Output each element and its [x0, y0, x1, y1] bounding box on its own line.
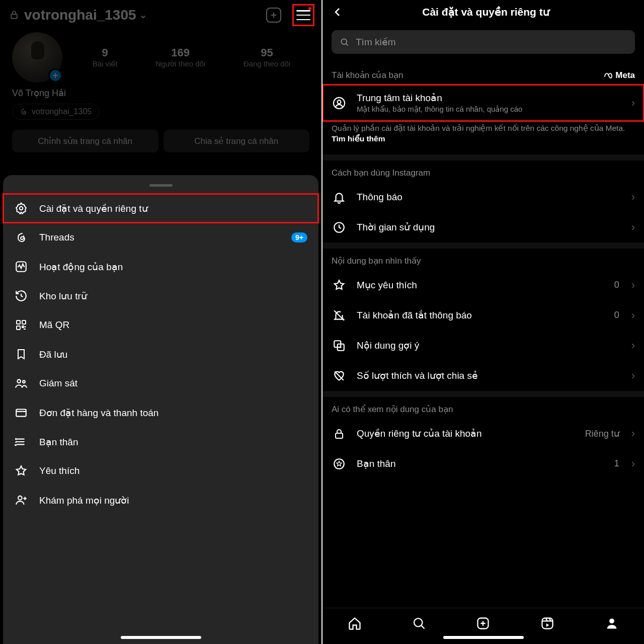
menu-close-friends[interactable]: Bạn thân	[3, 427, 318, 456]
posts-count[interactable]: 9 Bài viết	[93, 46, 118, 68]
star-icon	[14, 464, 28, 478]
row-likes-shares[interactable]: Số lượt thích và lượt chia sẻ ›	[323, 361, 644, 391]
svg-point-13	[338, 100, 341, 104]
divider	[323, 154, 644, 160]
svg-rect-4	[22, 320, 26, 324]
svg-point-7	[23, 380, 25, 383]
lock-icon	[332, 426, 347, 441]
divider	[323, 243, 644, 249]
threads-icon	[20, 108, 28, 116]
hamburger-icon	[296, 10, 310, 20]
nav-search[interactable]	[412, 616, 427, 631]
threads-badge: 9+	[291, 232, 307, 243]
chevron-right-icon: ›	[631, 427, 635, 440]
menu-qr[interactable]: Mã QR	[3, 310, 318, 340]
row-muted-accounts[interactable]: Tài khoản đã tắt thông báo 0 ›	[323, 300, 644, 331]
menu-button-highlighted[interactable]	[292, 4, 314, 26]
row-time-spent[interactable]: Thời gian sử dụng ›	[323, 212, 644, 243]
chevron-right-icon: ›	[631, 457, 635, 470]
star-icon	[332, 278, 347, 293]
row-account-privacy[interactable]: Quyền riêng tư của tài khoản Riêng tư ›	[323, 419, 644, 449]
accounts-center-desc: Quản lý phần cài đặt tài khoản và trải n…	[323, 121, 644, 154]
qr-icon	[14, 318, 28, 332]
notification-dot	[308, 7, 311, 10]
chevron-down-icon: ⌄	[139, 10, 147, 21]
svg-rect-17	[336, 433, 343, 438]
menu-supervision[interactable]: Giám sát	[3, 369, 318, 398]
chevron-right-icon: ›	[631, 309, 635, 322]
suggested-icon	[332, 338, 347, 353]
svg-point-22	[609, 618, 614, 623]
nav-create[interactable]	[475, 616, 491, 631]
bottom-nav	[323, 608, 644, 644]
sheet-grabber[interactable]	[149, 184, 173, 187]
left-screenshot: votronghai_1305 ⌄ + 9 Bài viết 169 Người…	[0, 0, 321, 644]
edit-profile-button[interactable]: Chỉnh sửa trang cá nhân	[12, 130, 158, 152]
profile-action-buttons: Chỉnh sửa trang cá nhân Chia sẻ trang cá…	[0, 126, 321, 162]
share-profile-button[interactable]: Chia sẻ trang cá nhân	[164, 130, 310, 152]
menu-saved[interactable]: Đã lưu	[3, 340, 318, 369]
accounts-center-icon	[332, 96, 347, 111]
row-accounts-center[interactable]: Trung tâm tài khoản Mật khẩu, bảo mật, t…	[323, 85, 644, 121]
display-name: Võ Trọng Hải	[0, 83, 321, 101]
section-who-see: Ai có thể xem nội dung của bạn	[323, 397, 644, 419]
svg-point-1	[20, 207, 23, 210]
settings-header: Cài đặt và quyền riêng tư	[323, 0, 644, 26]
svg-point-9	[16, 439, 17, 440]
orders-icon	[14, 406, 28, 420]
row-close-friends[interactable]: Bạn thân 1 ›	[323, 449, 644, 479]
menu-your-activity[interactable]: Hoạt động của bạn	[3, 252, 318, 281]
chevron-right-icon: ›	[631, 279, 635, 292]
supervision-icon	[14, 376, 28, 390]
following-count[interactable]: 95 Đang theo dõi	[244, 46, 290, 68]
page-title: Cài đặt và quyền riêng tư	[337, 6, 635, 18]
menu-archive[interactable]: Kho lưu trữ	[3, 281, 318, 310]
row-favorites[interactable]: Mục yêu thích 0 ›	[323, 270, 644, 300]
nav-home[interactable]	[347, 616, 362, 631]
home-indicator	[443, 636, 524, 639]
chevron-right-icon: ›	[631, 339, 635, 352]
heart-off-icon	[332, 368, 347, 383]
svg-rect-5	[17, 326, 20, 330]
svg-point-19	[414, 618, 422, 626]
activity-icon	[14, 260, 28, 274]
menu-threads[interactable]: Threads 9+	[3, 223, 318, 252]
close-friends-icon	[14, 435, 28, 449]
discover-people-icon	[14, 493, 28, 507]
archive-icon	[14, 289, 28, 303]
menu-settings-privacy[interactable]: Cài đặt và quyền riêng tư	[3, 194, 318, 223]
profile-stats-row: + 9 Bài viết 169 Người theo dõi 95 Đang …	[0, 28, 321, 83]
search-input[interactable]: Tìm kiếm	[332, 30, 635, 54]
search-icon	[340, 37, 350, 47]
row-suggested-content[interactable]: Nội dung gợi ý ›	[323, 331, 644, 361]
nav-reels[interactable]	[540, 616, 555, 631]
row-notifications[interactable]: Thông báo ›	[323, 182, 644, 212]
close-friends-star-icon	[332, 456, 347, 471]
meta-logo: Meta	[603, 70, 635, 80]
nav-profile[interactable]	[604, 616, 619, 631]
section-usage: Cách bạn dùng Instagram	[323, 160, 644, 182]
bell-off-icon	[332, 308, 347, 323]
chevron-right-icon: ›	[631, 97, 635, 110]
lock-icon	[9, 10, 19, 20]
svg-rect-3	[17, 320, 20, 324]
svg-point-10	[18, 496, 22, 500]
threads-handle-chip[interactable]: votronghai_1305	[12, 104, 99, 120]
divider	[323, 391, 644, 397]
menu-favorites[interactable]: Yêu thích	[3, 456, 318, 486]
menu-discover-people[interactable]: Khám phá mọi người	[3, 486, 318, 515]
svg-rect-21	[542, 618, 553, 628]
svg-rect-0	[11, 14, 17, 18]
svg-point-6	[17, 379, 21, 383]
section-content: Nội dung bạn nhìn thấy	[323, 249, 644, 270]
followers-count[interactable]: 169 Người theo dõi	[155, 46, 205, 68]
profile-avatar[interactable]: +	[12, 32, 62, 83]
add-story-icon[interactable]: +	[48, 68, 62, 83]
threads-icon	[14, 230, 28, 245]
learn-more-link[interactable]: Tìm hiểu thêm	[332, 134, 385, 143]
bell-icon	[332, 190, 347, 205]
menu-orders[interactable]: Đơn đặt hàng và thanh toán	[3, 398, 318, 427]
username-text: votronghai_1305	[24, 7, 136, 23]
chevron-right-icon: ›	[631, 191, 635, 204]
create-button[interactable]	[266, 8, 281, 23]
